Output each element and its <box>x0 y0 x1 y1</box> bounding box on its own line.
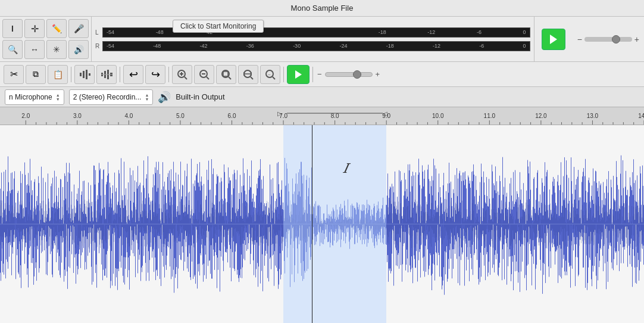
timeline-ruler <box>0 107 644 125</box>
volume-slider-track[interactable] <box>584 37 632 42</box>
input-device-arrows: ▲ ▼ <box>56 93 60 101</box>
copy-button[interactable]: ⧉ <box>26 65 46 84</box>
envelope-btn[interactable]: ✳ <box>46 40 67 59</box>
down-arrow-icon: ▼ <box>56 97 60 101</box>
svg-rect-3 <box>89 73 90 76</box>
zoom-selection-button[interactable] <box>216 65 236 84</box>
play-triangle-icon <box>550 35 557 44</box>
undo-button[interactable]: ↩ <box>123 65 143 84</box>
down-arrow2-icon: ▼ <box>145 97 149 101</box>
toolbar2-vol-minus: − <box>316 70 323 79</box>
svg-rect-2 <box>86 70 87 79</box>
svg-line-17 <box>229 77 231 79</box>
vu-left-meter: -54 -48 -42 -18 -12 -6 0 <box>102 27 530 38</box>
monitoring-overlay: Click to Start Monitoring <box>173 20 264 33</box>
vu-right-scale: -54 -48 -42 -36 -30 -24 -18 -12 -6 0 <box>103 43 530 49</box>
title-bar: Mono Sample File <box>0 0 644 17</box>
selection-tool-btn[interactable]: I <box>2 19 23 38</box>
vol-minus-label: − <box>577 35 582 44</box>
zoom-toggle-button[interactable]: ~ <box>260 65 280 84</box>
zoom-selection-icon <box>220 69 232 80</box>
toolbar2-vol-thumb[interactable] <box>353 70 361 79</box>
silence2-btn[interactable] <box>96 65 117 84</box>
play-btn-container <box>534 17 573 61</box>
ruler-canvas <box>0 107 644 125</box>
svg-line-20 <box>251 77 253 79</box>
svg-line-10 <box>185 77 187 79</box>
silence2-icon <box>101 69 112 80</box>
monitoring-start-btn[interactable]: Click to Start Monitoring <box>173 20 264 33</box>
fit-btn[interactable]: ↔ <box>24 40 45 59</box>
zoom-fit-button[interactable] <box>238 65 258 84</box>
redo-button[interactable]: ↪ <box>145 65 165 84</box>
up-arrow2-icon: ▲ <box>145 93 149 97</box>
zoom-in-icon <box>176 69 188 80</box>
window-title: Mono Sample File <box>291 4 354 13</box>
edit-toolbar: ✂ ⧉ 📋 ↩ ↪ <box>0 62 644 87</box>
toolbar2-sep5 <box>312 67 313 82</box>
output-device-label: Built-in Output <box>176 92 224 101</box>
input-channels-arrows: ▲ ▼ <box>145 93 149 101</box>
silence-icon <box>79 69 90 80</box>
vu-left-scale: -54 -48 -42 -18 -12 -6 0 <box>103 29 530 35</box>
svg-line-25 <box>273 77 275 79</box>
top-toolbar-section: I ✛ ✏️ 🎤 🔍 ↔ ✳ 🔊 L <box>0 17 644 62</box>
vu-right-meter: -54 -48 -42 -36 -30 -24 -18 -12 -6 0 <box>102 41 530 51</box>
vu-left-label: L <box>95 29 102 36</box>
input-device-select[interactable]: n Microphone ▲ ▼ <box>5 89 64 105</box>
waveform-container[interactable]: 𝐼 <box>0 125 644 323</box>
svg-line-14 <box>207 77 209 79</box>
svg-rect-1 <box>83 71 85 78</box>
svg-text:~: ~ <box>268 72 271 77</box>
silence-btn[interactable] <box>74 65 95 84</box>
volume-control: − + <box>573 17 644 61</box>
zoom-out-icon <box>198 69 210 80</box>
toolbar2-vol-plus: + <box>374 70 382 79</box>
cut-button[interactable]: ✂ <box>4 65 24 84</box>
toolbar2-sep1 <box>71 67 71 82</box>
input-channels-label: 2 (Stereo) Recordin... <box>73 93 142 101</box>
vu-left-row: L -54 -48 -42 -18 -12 -6 <box>95 26 530 39</box>
record-btn[interactable]: 🎤 <box>68 19 89 38</box>
draw-tool-btn[interactable]: ✏️ <box>46 19 67 38</box>
multitool-btn[interactable]: ✛ <box>24 19 45 38</box>
up-arrow-icon: ▲ <box>56 93 60 97</box>
speaker-device-icon: 🔊 <box>158 91 171 104</box>
paste-button[interactable]: 📋 <box>48 65 68 84</box>
play-icon <box>295 70 302 79</box>
toolbar2-sep3 <box>168 67 169 82</box>
speaker-btn[interactable]: 🔊 <box>68 40 89 59</box>
svg-rect-0 <box>80 73 82 76</box>
tool-panel: I ✛ ✏️ 🎤 🔍 ↔ ✳ 🔊 <box>0 17 92 61</box>
vol-plus-label: + <box>634 35 639 44</box>
zoom-in-button[interactable] <box>172 65 192 84</box>
svg-rect-18 <box>223 72 228 76</box>
volume-slider-thumb[interactable] <box>612 35 620 44</box>
toolbar2-vol-slider[interactable] <box>325 72 373 77</box>
app-container: Mono Sample File I ✛ ✏️ 🎤 🔍 ↔ ✳ 🔊 L <box>0 0 644 323</box>
tool-row-1: I ✛ ✏️ 🎤 <box>2 19 89 38</box>
vu-meter-panel: L -54 -48 -42 -18 -12 -6 <box>92 17 534 61</box>
input-device-label: n Microphone <box>9 93 52 101</box>
vu-right-label: R <box>95 43 102 49</box>
device-bar: n Microphone ▲ ▼ 2 (Stereo) Recordin... … <box>0 87 644 107</box>
waveform-canvas <box>0 125 644 323</box>
play-button[interactable] <box>542 29 565 50</box>
vu-right-row: R -54 -48 -42 -36 -30 -24 -18 -12 -6 0 <box>95 40 530 52</box>
zoom-out-button[interactable] <box>194 65 214 84</box>
zoom-toggle-icon: ~ <box>264 69 276 80</box>
zoom-btn[interactable]: 🔍 <box>2 40 23 59</box>
play-toolbar-btn[interactable] <box>287 65 310 84</box>
toolbar2-sep4 <box>283 67 284 82</box>
tool-row-2: 🔍 ↔ ✳ 🔊 <box>2 40 89 59</box>
input-channels-select[interactable]: 2 (Stereo) Recordin... ▲ ▼ <box>69 89 154 105</box>
toolbar2-sep2 <box>120 67 120 82</box>
zoom-fit-icon <box>242 69 254 80</box>
